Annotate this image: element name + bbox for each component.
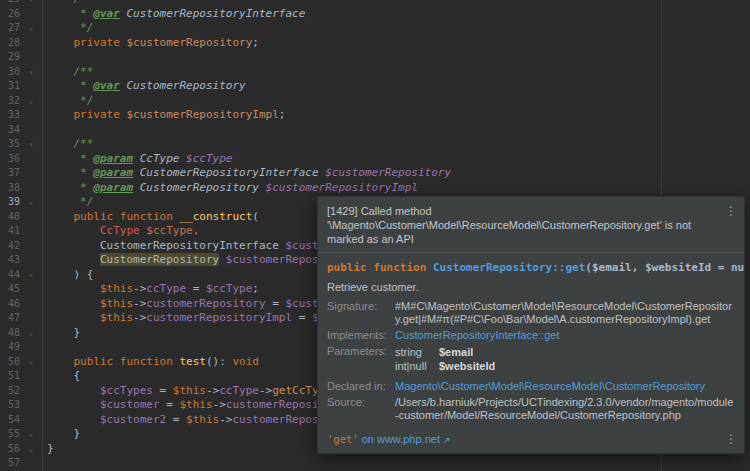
line-number[interactable]: 37 [0, 166, 20, 181]
code-line[interactable]: 33 private $customerRepositoryImpl; [0, 108, 750, 123]
code-text: private $customerRepositoryImpl; [42, 108, 285, 123]
code-line[interactable]: 31 * @var CustomerRepository [0, 79, 750, 94]
fold-end-icon[interactable]: ▵ [20, 195, 42, 210]
inspection-warning-text: [1429] Called method '\Magento\Customer\… [327, 204, 718, 246]
line-number[interactable]: 48 [0, 326, 20, 341]
fold-start-icon[interactable]: ▿ [20, 268, 42, 283]
phpnet-link[interactable]: 'get' on www.php.net↗ [327, 433, 724, 445]
doc-value: Magento\Customer\Model\ResourceModel\Cus… [395, 380, 735, 393]
code-text: * @param CustomerRepositoryInterface $cu… [42, 166, 451, 181]
line-number[interactable]: 56 [0, 442, 20, 457]
line-number[interactable]: 43 [0, 253, 20, 268]
code-text: public function __construct( [42, 210, 259, 225]
line-number[interactable]: 35 [0, 137, 20, 152]
fold-spacer [20, 79, 42, 94]
code-line[interactable]: 28 private $customerRepository; [0, 36, 750, 51]
doc-description: Retrieve customer. [318, 278, 744, 298]
doc-label: Signature: [327, 300, 395, 326]
doc-link[interactable]: Magento\Customer\Model\ResourceModel\Cus… [395, 380, 705, 392]
doc-row: Signature:#M#C\Magento\Customer\Model\Re… [327, 300, 735, 326]
code-line[interactable]: 26 * @var CustomerRepositoryInterface [0, 7, 750, 22]
code-line[interactable]: 35▿ /** [0, 137, 750, 152]
code-text: */ [42, 195, 93, 210]
fold-spacer [20, 384, 42, 399]
line-number[interactable]: 54 [0, 413, 20, 428]
code-text: /** [42, 65, 93, 80]
phpnet-link-text: on www.php.net [359, 433, 440, 445]
doc-link[interactable]: CustomerRepositoryInterface::get [395, 329, 559, 341]
fold-spacer [20, 456, 42, 471]
code-text [42, 123, 47, 138]
line-number[interactable]: 41 [0, 224, 20, 239]
doc-row: Source:/Users/b.harniuk/Projects/UCTinde… [327, 396, 735, 422]
line-number[interactable]: 46 [0, 297, 20, 312]
line-number[interactable]: 40 [0, 210, 20, 225]
line-number[interactable]: 45 [0, 282, 20, 297]
code-line[interactable]: 37 * @param CustomerRepositoryInterface … [0, 166, 750, 181]
line-number[interactable]: 27 [0, 21, 20, 36]
fold-end-icon[interactable]: ▵ [20, 442, 42, 457]
code-text: } [42, 442, 54, 457]
fold-end-icon[interactable]: ▵ [20, 21, 42, 36]
fold-start-icon[interactable]: ▿ [20, 355, 42, 370]
fold-spacer [20, 50, 42, 65]
line-number[interactable]: 51 [0, 369, 20, 384]
more-options-icon[interactable]: ⋮ [724, 432, 738, 446]
code-line[interactable]: 30▿ /** [0, 65, 750, 80]
parameter-name: $email [439, 346, 473, 358]
line-number[interactable]: 53 [0, 398, 20, 413]
code-text: */ [42, 21, 93, 36]
line-number[interactable]: 26 [0, 7, 20, 22]
line-number[interactable]: 29 [0, 50, 20, 65]
code-line[interactable]: 38 * @param CustomerRepository $customer… [0, 181, 750, 196]
code-text: /** [42, 137, 93, 152]
doc-row: Implements:CustomerRepositoryInterface::… [327, 329, 735, 342]
code-line[interactable]: 32▵ */ [0, 94, 750, 109]
line-number[interactable]: 31 [0, 79, 20, 94]
doc-label: Implements: [327, 329, 395, 342]
code-line[interactable]: 34 [0, 123, 750, 138]
line-number[interactable]: 32 [0, 94, 20, 109]
code-text: CcType $ccType, [42, 224, 199, 239]
code-text: */ [42, 94, 93, 109]
line-number[interactable]: 49 [0, 340, 20, 355]
code-line[interactable]: 27▵ */ [0, 21, 750, 36]
line-number[interactable]: 33 [0, 108, 20, 123]
fold-spacer [20, 152, 42, 167]
fold-spacer [20, 369, 42, 384]
parameter-name: $websiteId [439, 360, 495, 372]
line-number[interactable]: 55 [0, 427, 20, 442]
code-line[interactable]: 57 [0, 456, 750, 471]
line-number[interactable]: 44 [0, 268, 20, 283]
doc-label: Source: [327, 396, 395, 422]
line-number[interactable]: 47 [0, 311, 20, 326]
parameter: int|null$websiteId [395, 359, 735, 373]
line-number[interactable]: 28 [0, 36, 20, 51]
line-number[interactable]: 39 [0, 195, 20, 210]
code-line[interactable]: 36 * @param CcType $ccType [0, 152, 750, 167]
code-text: * @param CcType $ccType [42, 152, 232, 167]
line-number[interactable]: 30 [0, 65, 20, 80]
fold-start-icon[interactable]: ▿ [20, 137, 42, 152]
line-number[interactable]: 38 [0, 181, 20, 196]
line-number[interactable]: 36 [0, 152, 20, 167]
fold-spacer [20, 108, 42, 123]
fold-end-icon[interactable]: ▵ [20, 427, 42, 442]
doc-popup-footer: 'get' on www.php.net↗ ⋮ [318, 427, 744, 453]
parameter-type: string [395, 345, 439, 359]
fold-start-icon[interactable]: ▿ [20, 65, 42, 80]
line-number[interactable]: 52 [0, 384, 20, 399]
code-line[interactable]: 29 [0, 50, 750, 65]
line-number[interactable]: 42 [0, 239, 20, 254]
signature-link[interactable]: CustomerRepository::get [433, 261, 585, 274]
line-number[interactable]: 57 [0, 456, 20, 471]
fold-end-icon[interactable]: ▵ [20, 326, 42, 341]
doc-rows: Signature:#M#C\Magento\Customer\Model\Re… [318, 298, 744, 427]
fold-end-icon[interactable]: ▵ [20, 94, 42, 109]
more-options-icon[interactable]: ⋮ [724, 204, 738, 246]
doc-value: string$emailint|null$websiteId [395, 345, 735, 373]
line-number[interactable]: 50 [0, 355, 20, 370]
phpnet-link-code: 'get' [327, 433, 359, 445]
fold-spacer [20, 36, 42, 51]
line-number[interactable]: 34 [0, 123, 20, 138]
